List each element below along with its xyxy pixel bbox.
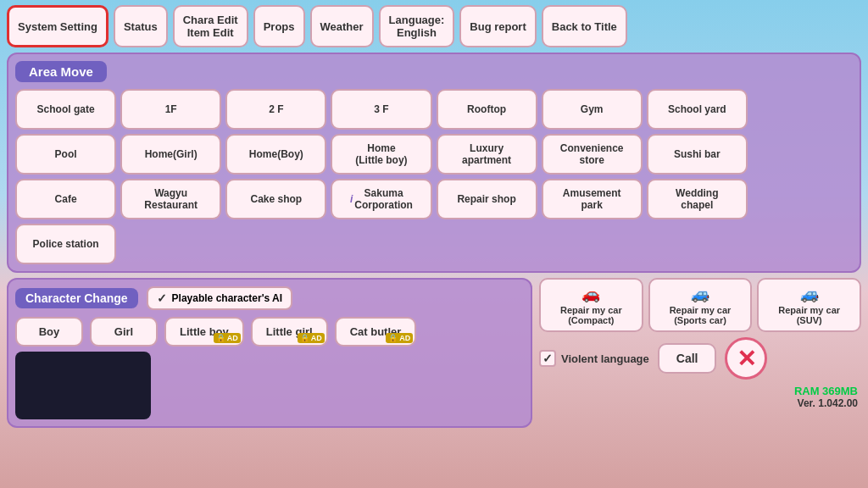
language-button[interactable]: Language:English: [379, 5, 455, 47]
area-convenience-store[interactable]: Conveniencestore: [542, 134, 643, 175]
area-wagyu-restaurant[interactable]: WagyuRestaurant: [120, 179, 221, 219]
right-panel: 🚗 Repair my car(Compact) 🚙 Repair my car…: [539, 278, 861, 428]
repair-sports-button[interactable]: 🚙 Repair my car(Sports car): [648, 278, 753, 332]
area-luxury-apartment[interactable]: Luxuryapartment: [437, 134, 537, 175]
lock-badge-little-girl: 🔒 AD: [298, 333, 325, 343]
close-button[interactable]: ✕: [725, 337, 767, 380]
violent-language-label: Violent language: [561, 352, 649, 365]
violent-check-icon: ✓: [539, 350, 556, 367]
system-setting-button[interactable]: System Setting: [7, 5, 108, 47]
lock-badge-little-boy: 🔒 AD: [214, 333, 241, 343]
lock-badge-cat-butler: 🔒 AD: [386, 333, 413, 343]
repair-suv-button[interactable]: 🚙 Repair my car(SUV): [757, 278, 861, 332]
area-school-yard[interactable]: School yard: [647, 89, 748, 130]
char-cat-butler-button[interactable]: Cat butler 🔒 AD: [335, 317, 417, 347]
repair-compact-button[interactable]: 🚗 Repair my car(Compact): [539, 278, 643, 332]
area-3f[interactable]: 3 F: [331, 89, 431, 130]
check-icon: ✓: [157, 291, 167, 305]
char-boy-button[interactable]: Boy: [15, 317, 83, 347]
area-repair-shop[interactable]: Repair shop: [437, 179, 537, 219]
area-sushi-bar[interactable]: Sushi bar: [647, 134, 748, 175]
chara-edit-button[interactable]: Chara EditItem Edit: [173, 5, 248, 47]
area-rooftop[interactable]: Rooftop: [437, 89, 537, 130]
top-bar: System Setting Status Chara EditItem Edi…: [0, 0, 868, 53]
suv-car-icon: 🚙: [800, 285, 819, 303]
area-school-gate[interactable]: School gate: [15, 89, 116, 130]
area-1f[interactable]: 1F: [120, 89, 221, 130]
area-move-label: Area Move: [15, 61, 107, 82]
char-change-header: Character Change ✓ Playable character's …: [15, 286, 524, 310]
ui-overlay: System Setting Status Chara EditItem Edi…: [0, 0, 868, 488]
area-home-boy[interactable]: Home(Boy): [225, 134, 326, 175]
violent-language-checkbox[interactable]: ✓ Violent language: [539, 350, 649, 367]
ram-info: RAM 369MB Ver. 1.042.00: [539, 385, 861, 409]
violent-row: ✓ Violent language Call ✕: [539, 337, 861, 380]
status-button[interactable]: Status: [114, 5, 168, 47]
compact-car-icon: 🚗: [581, 285, 600, 303]
char-buttons: Boy Girl Little boy 🔒 AD Little girl 🔒 A…: [15, 317, 524, 347]
info-icon: i: [350, 193, 353, 205]
call-button[interactable]: Call: [658, 343, 717, 374]
ver-text: Ver. 1.042.00: [539, 397, 858, 409]
area-police-station[interactable]: Police station: [15, 224, 116, 264]
area-gym[interactable]: Gym: [542, 89, 643, 130]
close-icon: ✕: [737, 345, 756, 373]
main-panel: Area Move School gate 1F 2 F 3 F Rooftop…: [7, 53, 861, 273]
playable-ai-checkbox[interactable]: ✓ Playable character's AI: [147, 286, 292, 310]
area-wedding-chapel[interactable]: Weddingchapel: [647, 179, 748, 219]
char-girl-button[interactable]: Girl: [90, 317, 158, 347]
area-amusement-park[interactable]: Amusementpark: [542, 179, 643, 219]
area-sakuma-corporation[interactable]: i SakumaCorporation: [331, 179, 431, 219]
car-repair-row: 🚗 Repair my car(Compact) 🚙 Repair my car…: [539, 278, 861, 332]
char-little-boy-button[interactable]: Little boy 🔒 AD: [164, 317, 244, 347]
playable-ai-label: Playable character's AI: [172, 292, 282, 304]
preview-box: [15, 352, 151, 419]
area-2f[interactable]: 2 F: [225, 89, 326, 130]
weather-button[interactable]: Weather: [310, 5, 374, 47]
area-grid: School gate 1F 2 F 3 F Rooftop Gym Schoo…: [15, 89, 853, 264]
bottom-section: Character Change ✓ Playable character's …: [7, 278, 861, 428]
sports-car-icon: 🚙: [691, 285, 709, 303]
area-cake-shop[interactable]: Cake shop: [225, 179, 326, 219]
area-cafe[interactable]: Cafe: [15, 179, 116, 219]
area-home-girl[interactable]: Home(Girl): [120, 134, 221, 175]
props-button[interactable]: Props: [253, 5, 305, 47]
char-change-label: Character Change: [15, 288, 138, 308]
area-home-little-boy[interactable]: Home(Little boy): [331, 134, 431, 175]
area-pool[interactable]: Pool: [15, 134, 116, 175]
char-little-girl-button[interactable]: Little girl 🔒 AD: [251, 317, 328, 347]
back-to-title-button[interactable]: Back to Title: [542, 5, 627, 47]
ram-text: RAM 369MB: [539, 385, 858, 397]
bug-report-button[interactable]: Bug report: [459, 5, 536, 47]
left-panel: Character Change ✓ Playable character's …: [7, 278, 532, 428]
